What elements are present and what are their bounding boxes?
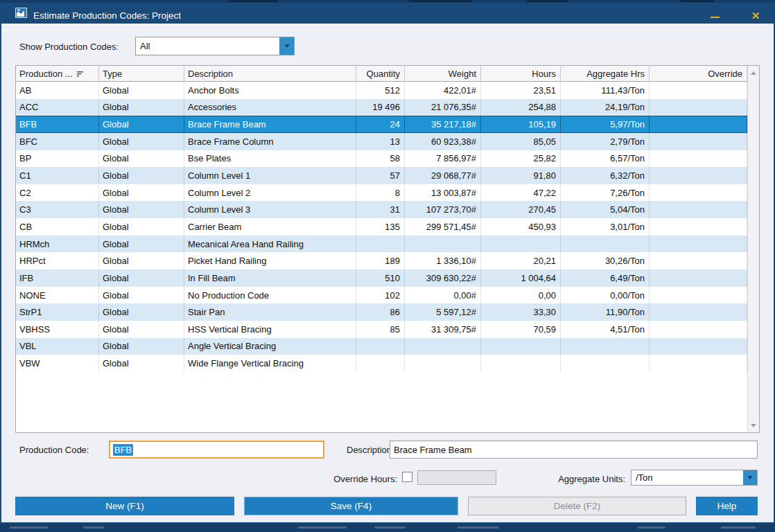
help-button[interactable]: Help (696, 497, 758, 515)
cell-description: Column Level 3 (184, 201, 356, 218)
column-header-description[interactable]: Description (184, 66, 356, 81)
cell-quantity: 189 (356, 252, 405, 269)
table-row[interactable]: BFBGlobalBrace Frame Beam2435 217,18#105… (16, 116, 747, 133)
cell-override (650, 287, 747, 304)
cell-weight: 13 003,87# (405, 184, 481, 202)
show-production-codes-dropdown-button[interactable] (279, 37, 294, 55)
cell-aggregate: 5,97/Ton (561, 116, 650, 132)
cell-hours (481, 355, 561, 372)
cell-description: Angle Vertical Bracing (184, 338, 356, 355)
cell-aggregate: 4,51/Ton (561, 321, 650, 338)
aggregate-units-select[interactable]: /Ton (631, 470, 758, 486)
table-row[interactable]: C2GlobalColumn Level 2813 003,87#47,227,… (16, 184, 747, 202)
minimize-button[interactable] (706, 6, 724, 26)
cell-description: Anchor Bolts (184, 82, 356, 99)
column-header-hours[interactable]: Hours (481, 66, 561, 81)
cell-hours: 23,51 (481, 82, 561, 99)
override-hours-field[interactable] (417, 470, 496, 485)
cell-aggregate: 6,49/Ton (561, 269, 650, 287)
cell-hours (481, 338, 561, 355)
cell-aggregate: 24,19/Ton (561, 99, 650, 116)
column-header-aggregate[interactable]: Aggregate Hrs (561, 66, 650, 81)
cell-type: Global (99, 236, 184, 253)
close-button[interactable]: ✕ (747, 6, 765, 26)
chevron-down-icon (284, 44, 290, 48)
cell-description: Carrier Beam (184, 218, 356, 236)
cell-type: Global (99, 99, 184, 116)
cell-type: Global (99, 167, 184, 184)
table-row[interactable]: C3GlobalColumn Level 331107 273,70#270,4… (16, 201, 747, 218)
table-row[interactable]: ABGlobalAnchor Bolts512422,01#23,51111,4… (16, 82, 747, 99)
cell-quantity: 102 (356, 287, 405, 304)
cell-code: C2 (16, 184, 99, 202)
cell-hours: 0,00 (481, 287, 561, 304)
table-row[interactable]: VBHSSGlobalHSS Vertical Bracing8531 309,… (16, 321, 747, 338)
cell-override (650, 133, 747, 150)
cell-code: BFB (16, 116, 99, 132)
cell-quantity: 13 (356, 133, 405, 150)
cell-code: VBL (16, 338, 99, 355)
cell-weight: 1 336,10# (405, 252, 481, 269)
column-header-type[interactable]: Type (99, 66, 184, 81)
table-row[interactable]: NONEGlobalNo Production Code1020,00#0,00… (16, 287, 747, 304)
delete-button[interactable]: Delete (F2) (468, 497, 686, 515)
table-row[interactable]: IFBGlobalIn Fill Beam510309 630,22#1 004… (16, 269, 747, 287)
column-header-label: Type (103, 69, 122, 79)
cell-description: In Fill Beam (184, 269, 356, 287)
column-header-weight[interactable]: Weight (405, 66, 481, 81)
table-row[interactable]: C1GlobalColumn Level 15729 068,77#91,806… (16, 167, 747, 184)
table-row[interactable]: VBWGlobalWide Flange Vertical Bracing (16, 355, 747, 372)
save-button[interactable]: Save (F4) (244, 497, 458, 515)
table-row[interactable]: BFCGlobalBrace Frame Column1360 923,38#8… (16, 133, 747, 150)
cell-override (650, 269, 747, 287)
table-row[interactable]: HRPctGlobalPicket Hand Railing1891 336,1… (16, 252, 747, 269)
cell-code: VBHSS (16, 321, 99, 338)
cell-override (650, 116, 747, 132)
column-header-override[interactable]: Override (650, 66, 747, 81)
cell-override (650, 201, 747, 218)
column-header-label: Production ... (19, 69, 73, 79)
cell-code: C1 (16, 167, 99, 184)
cell-quantity: 58 (356, 150, 405, 168)
override-hours-checkbox[interactable] (402, 472, 412, 482)
table-row[interactable]: ACCGlobalAccessories19 49621 076,35#254,… (16, 99, 747, 116)
app-icon-detail (17, 9, 20, 11)
titlebar: Estimate Production Codes: Project ✕ (0, 3, 775, 24)
cell-hours: 254,88 (481, 99, 561, 116)
cell-type: Global (99, 269, 184, 287)
description-field[interactable]: Brace Frame Beam (390, 441, 758, 459)
cell-quantity: 19 496 (356, 99, 405, 116)
cell-weight: 5 597,12# (405, 303, 481, 321)
table-row[interactable]: BPGlobalBse Plates587 856,97#25,826,57/T… (16, 150, 747, 168)
scroll-up-button[interactable] (748, 67, 759, 78)
table-row[interactable]: StrP1GlobalStair Pan865 597,12#33,3011,9… (16, 303, 747, 321)
table-row[interactable]: HRMchGlobalMecanical Area Hand Railing (16, 236, 747, 253)
description-label: Description: (347, 445, 394, 455)
show-production-codes-select[interactable]: All (135, 37, 295, 55)
cell-aggregate: 7,26/Ton (561, 184, 650, 202)
column-header-code[interactable]: Production ... (16, 66, 99, 81)
new-button[interactable]: New (F1) (15, 497, 234, 515)
cell-description: HSS Vertical Bracing (184, 321, 356, 338)
description-value: Brace Frame Beam (394, 445, 472, 455)
background-window-top-edge (229, 0, 277, 2)
cell-aggregate (561, 355, 650, 372)
column-header-label: Hours (532, 69, 556, 79)
column-header-quantity[interactable]: Quantity (356, 66, 405, 81)
cell-hours: 85,05 (481, 133, 561, 150)
aggregate-units-label: Aggregate Units: (534, 474, 625, 484)
table-row[interactable]: VBLGlobalAngle Vertical Bracing (16, 338, 747, 355)
cell-override (650, 184, 747, 202)
table-row[interactable]: CBGlobalCarrier Beam135299 571,45#450,93… (16, 218, 747, 236)
cell-weight: 29 068,77# (405, 167, 481, 184)
aggregate-units-dropdown-button[interactable] (743, 470, 757, 485)
cell-type: Global (99, 287, 184, 304)
production-code-field[interactable]: BFB (109, 441, 324, 459)
production-codes-table: Production ...TypeDescriptionQuantityWei… (15, 65, 760, 433)
scroll-down-button[interactable] (748, 420, 759, 431)
cell-description: Brace Frame Column (184, 133, 356, 150)
cell-type: Global (99, 150, 184, 168)
cell-override (650, 338, 747, 355)
cell-type: Global (99, 252, 184, 269)
table-scrollbar[interactable] (747, 66, 759, 432)
